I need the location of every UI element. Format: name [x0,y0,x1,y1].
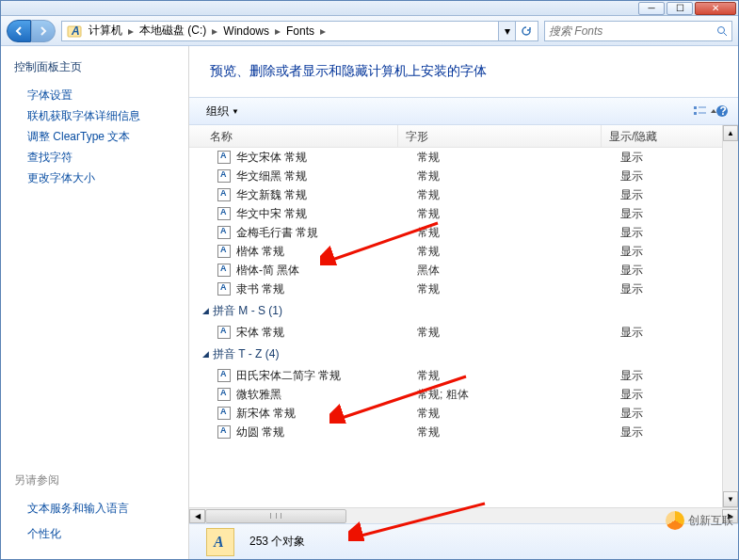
font-file-icon [217,282,231,296]
breadcrumb-item[interactable]: 计算机 [85,21,126,40]
font-file-icon [217,425,231,439]
column-name[interactable]: 名称 [189,125,398,147]
collapse-triangle-icon: ◢ [202,306,209,315]
organize-button[interactable]: 组织 ▼ [199,101,247,122]
svg-rect-4 [694,106,697,109]
sidebar-link-personalize[interactable]: 个性化 [27,526,188,542]
breadcrumb-chevron-icon[interactable]: ▸ [273,24,282,38]
arrow-left-icon [14,26,24,36]
list-body[interactable]: 华文宋体 常规常规显示 华文细黑 常规常规显示 华文新魏 常规常规显示 华文中宋… [189,148,738,505]
collapse-triangle-icon: ◢ [202,349,209,359]
horizontal-scrollbar[interactable]: ◀ ▶ [189,507,738,523]
font-row[interactable]: 新宋体 常规常规显示 [189,404,738,423]
close-button[interactable]: ✕ [695,2,736,15]
font-file-icon [217,151,231,164]
breadcrumb-item[interactable]: Windows [219,23,273,40]
font-row[interactable]: 隶书 常规常规显示 [189,280,738,298]
sidebar-link-online-fonts[interactable]: 联机获取字体详细信息 [27,108,188,124]
svg-rect-5 [694,112,697,115]
arrow-right-icon [39,26,48,36]
font-file-icon [217,207,231,220]
svg-text:?: ? [720,104,727,118]
font-file-icon [217,369,231,382]
column-style[interactable]: 字形 [398,125,602,147]
back-button[interactable] [7,20,31,42]
font-row[interactable]: 金梅毛行書 常規常规显示 [189,223,738,242]
breadcrumb-chevron-icon[interactable]: ▸ [210,24,219,38]
search-input[interactable] [549,24,716,38]
body: 控制面板主页 字体设置 联机获取字体详细信息 调整 ClearType 文本 查… [1,46,738,559]
scroll-left-button[interactable]: ◀ [189,509,205,523]
font-row[interactable]: 田氏宋体二简字 常规常规显示 [189,366,738,385]
toolbar: 组织 ▼ ? [189,97,738,125]
search-icon [716,25,728,37]
font-file-icon [217,407,231,420]
scroll-track[interactable] [205,509,722,523]
nav-arrows [7,20,56,42]
font-row[interactable]: 华文新魏 常规常规显示 [189,185,738,204]
svg-line-3 [724,33,727,36]
sidebar-link-change-size[interactable]: 更改字体大小 [27,170,188,186]
group-header-tz[interactable]: ◢拼音 T - Z (4) [189,342,738,366]
group-header-ms[interactable]: ◢拼音 M - S (1) [189,298,738,323]
sidebar-link-ime[interactable]: 文本服务和输入语言 [27,501,188,517]
sidebar: 控制面板主页 字体设置 联机获取字体详细信息 调整 ClearType 文本 查… [1,46,189,559]
font-file-icon [217,245,231,258]
watermark: 创新互联 [666,511,733,530]
font-file-icon [217,169,231,183]
maximize-button[interactable]: ☐ [667,2,693,15]
scroll-down-button[interactable]: ▼ [723,491,738,507]
scroll-track[interactable] [723,141,738,491]
font-file-icon [217,388,231,401]
search-box[interactable] [544,21,732,41]
font-file-icon [217,264,231,277]
breadcrumb-chevron-icon[interactable]: ▸ [126,24,136,38]
font-row[interactable]: 楷体 常规常规显示 [189,242,738,261]
minimize-button[interactable]: ─ [638,2,665,15]
breadcrumb-item[interactable]: 本地磁盘 (C:) [136,21,210,40]
font-file-icon [217,188,231,201]
column-headers: 名称 字形 显示/隐藏 [189,125,738,148]
nav-bar: A 计算机▸ 本地磁盘 (C:)▸ Windows▸ Fonts▸ ▾ [1,16,738,46]
sidebar-link-find-char[interactable]: 查找字符 [27,150,188,166]
breadcrumb-item[interactable]: Fonts [282,23,318,40]
sidebar-title: 控制面板主页 [14,59,188,75]
font-row[interactable]: 幼圆 常规常规显示 [189,423,738,441]
help-button[interactable]: ? [715,104,729,118]
breadcrumb-chevron-icon[interactable]: ▸ [318,24,328,38]
svg-text:A: A [71,24,80,38]
font-row[interactable]: 华文细黑 常规常规显示 [189,167,738,185]
breadcrumb[interactable]: A 计算机▸ 本地磁盘 (C:)▸ Windows▸ Fonts▸ ▾ [61,21,538,41]
forward-button[interactable] [31,20,56,42]
scroll-thumb[interactable] [205,509,346,523]
folder-fonts-icon: A [67,24,82,39]
explorer-window: ─ ☐ ✕ A 计算机▸ 本地磁盘 (C:)▸ Windows▸ Fonts▸ … [0,0,739,560]
font-file-icon [217,326,231,339]
font-row[interactable]: 宋体 常规常规显示 [189,323,738,342]
sidebar-link-cleartype[interactable]: 调整 ClearType 文本 [27,129,188,145]
vertical-scrollbar[interactable]: ▲ ▼ [722,125,738,507]
folder-fonts-icon [206,528,234,556]
breadcrumb-dropdown[interactable]: ▾ [498,22,515,40]
refresh-icon [521,25,532,37]
page-title: 预览、删除或者显示和隐藏计算机上安装的字体 [189,46,738,97]
watermark-text: 创新互联 [688,513,733,529]
font-row[interactable]: 华文宋体 常规常规显示 [189,148,738,167]
sidebar-see-also: 另请参阅 [14,472,188,488]
help-icon: ? [715,104,729,118]
sidebar-link-font-settings[interactable]: 字体设置 [27,88,188,104]
font-row[interactable]: 楷体-简 黑体黑体显示 [189,261,738,280]
view-options-button[interactable] [693,104,710,118]
title-bar: ─ ☐ ✕ [1,1,738,16]
main-pane: 预览、删除或者显示和隐藏计算机上安装的字体 组织 ▼ ? [189,46,738,559]
font-list: 名称 字形 显示/隐藏 华文宋体 常规常规显示 华文细黑 常规常规显示 华文新魏… [189,125,738,507]
font-row[interactable]: 华文中宋 常规常规显示 [189,204,738,223]
status-bar: 253 个对象 [189,523,738,559]
scroll-up-button[interactable]: ▲ [723,125,738,141]
column-show[interactable]: 显示/隐藏 [602,125,738,147]
font-row[interactable]: 微软雅黑常规; 粗体显示 [189,385,738,404]
status-count: 253 个对象 [249,534,305,550]
watermark-logo-icon [666,511,684,530]
font-file-icon [217,226,231,239]
refresh-button[interactable] [515,22,536,40]
